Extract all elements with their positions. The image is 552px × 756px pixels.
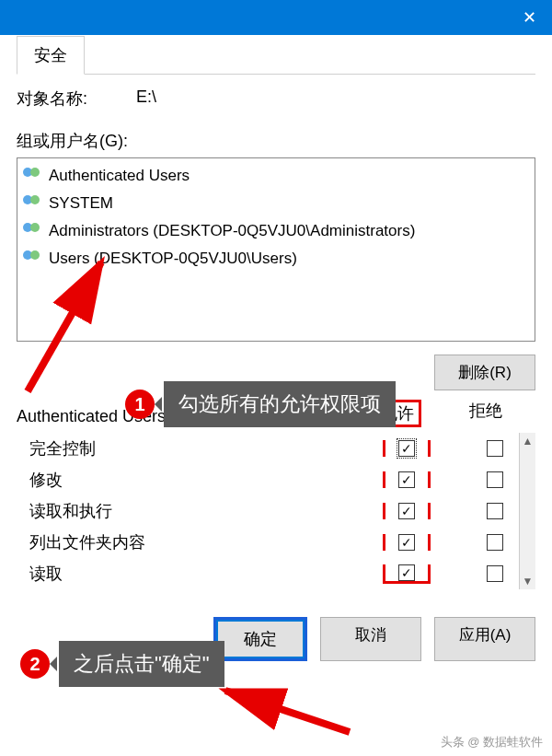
list-item[interactable]: Users (DESKTOP-0Q5VJU0\Users) xyxy=(23,245,529,273)
deny-column-header: 拒绝 xyxy=(462,400,510,427)
close-icon: ✕ xyxy=(523,7,536,28)
cancel-button-label: 取消 xyxy=(355,626,386,644)
perm-row: 列出文件夹内容 ✓ xyxy=(17,527,519,558)
deny-checkbox[interactable] xyxy=(487,565,503,582)
allow-checkbox[interactable]: ✓ xyxy=(398,503,415,519)
watermark: 头条 @ 数据蛙软件 xyxy=(441,734,543,750)
titlebar: ✕ xyxy=(0,0,552,35)
close-button[interactable]: ✕ xyxy=(506,0,552,35)
list-item[interactable]: Administrators (DESKTOP-0Q5VJU0\Administ… xyxy=(23,217,529,245)
allow-checkbox[interactable]: ✓ xyxy=(398,534,415,551)
ok-button-label: 确定 xyxy=(244,630,277,648)
tab-strip: 安全 xyxy=(17,35,535,75)
deny-checkbox[interactable] xyxy=(487,534,503,551)
apply-button[interactable]: 应用(A) xyxy=(434,617,535,661)
remove-button[interactable]: 删除(R) xyxy=(434,355,535,390)
users-icon xyxy=(23,250,43,267)
svg-line-1 xyxy=(225,691,350,732)
perm-name: 修改 xyxy=(29,469,383,491)
tab-security[interactable]: 安全 xyxy=(17,36,85,75)
groups-label: 组或用户名(G): xyxy=(17,130,535,152)
deny-checkbox[interactable] xyxy=(487,471,503,488)
perm-name: 列出文件夹内容 xyxy=(29,531,383,553)
perm-name: 完全控制 xyxy=(29,437,383,459)
perm-name: 读取 xyxy=(29,563,383,585)
permissions-header: Authenticated Users 的权限(P) 允许 拒绝 xyxy=(17,400,535,427)
perm-row: 完全控制 ✓ xyxy=(17,433,519,464)
dialog-content: 安全 对象名称: E:\ 组或用户名(G): Authenticated Use… xyxy=(0,35,552,681)
allow-checkbox[interactable]: ✓ xyxy=(398,564,415,581)
list-item-label: SYSTEM xyxy=(49,194,113,213)
remove-button-label: 删除(R) xyxy=(458,364,512,381)
ok-button[interactable]: 确定 xyxy=(216,620,305,658)
groups-listbox[interactable]: Authenticated Users SYSTEM Administrator… xyxy=(17,157,535,342)
list-item-label: Administrators (DESKTOP-0Q5VJU0\Administ… xyxy=(49,222,415,240)
permissions-rows: 完全控制 ✓ 修改 ✓ 读取和执行 ✓ 列出文件夹内容 ✓ xyxy=(17,433,519,589)
dialog-buttons: 确定 取消 应用(A) xyxy=(17,617,535,670)
allow-column-header: 允许 xyxy=(374,400,421,427)
ok-button-highlight: 确定 xyxy=(213,617,307,661)
deny-checkbox[interactable] xyxy=(487,440,503,457)
object-row: 对象名称: E:\ xyxy=(17,87,535,110)
group-button-row: 删除(R) xyxy=(17,355,535,390)
allow-checkbox[interactable]: ✓ xyxy=(398,471,415,488)
perm-row: 读取 ✓ xyxy=(17,558,519,589)
list-item-label: Users (DESKTOP-0Q5VJU0\Users) xyxy=(49,250,297,268)
users-icon xyxy=(23,195,43,212)
arrow-icon xyxy=(212,677,359,741)
users-icon xyxy=(23,168,43,184)
deny-checkbox[interactable] xyxy=(487,503,503,519)
perm-name: 读取和执行 xyxy=(29,500,383,522)
list-item[interactable]: SYSTEM xyxy=(23,190,529,217)
perm-row: 修改 ✓ xyxy=(17,464,519,495)
list-item-label: Authenticated Users xyxy=(49,167,190,185)
scroll-down-icon[interactable]: ▼ xyxy=(520,573,535,589)
permissions-area: 完全控制 ✓ 修改 ✓ 读取和执行 ✓ 列出文件夹内容 ✓ xyxy=(17,433,535,589)
apply-button-label: 应用(A) xyxy=(459,626,512,644)
object-label: 对象名称: xyxy=(17,87,136,110)
scroll-up-icon[interactable]: ▲ xyxy=(520,433,535,449)
cancel-button[interactable]: 取消 xyxy=(320,617,421,661)
tab-label: 安全 xyxy=(34,46,67,64)
users-icon xyxy=(23,223,43,239)
allow-checkbox[interactable]: ✓ xyxy=(398,440,415,457)
object-value: E:\ xyxy=(136,87,156,110)
permissions-title: Authenticated Users 的权限(P) xyxy=(17,405,242,427)
perm-row: 读取和执行 ✓ xyxy=(17,495,519,527)
list-item[interactable]: Authenticated Users xyxy=(23,162,529,190)
scrollbar[interactable]: ▲ ▼ xyxy=(519,433,535,589)
